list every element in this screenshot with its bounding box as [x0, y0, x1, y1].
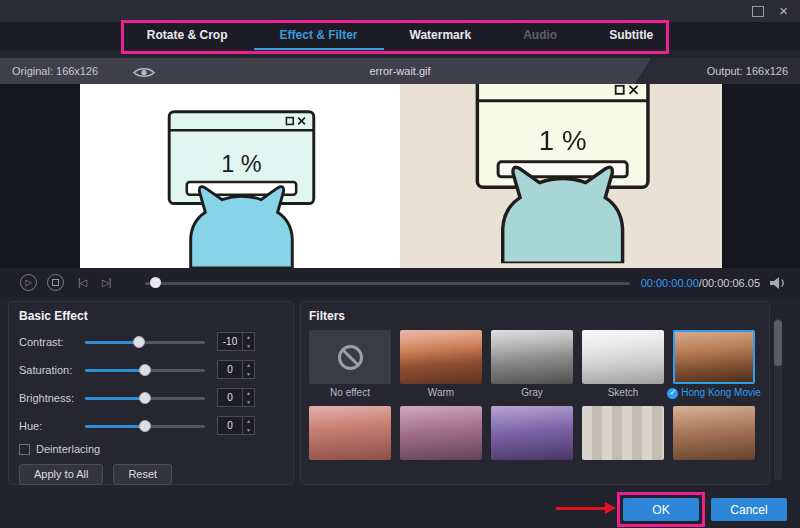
preview-image-output: 1 %: [428, 84, 694, 263]
filter-sketch[interactable]: Sketch: [582, 330, 664, 399]
filters-panel: Filters No effect Warm Gray: [300, 301, 770, 485]
selected-check-icon: ✓: [667, 388, 678, 399]
filter-label: Gray: [491, 387, 573, 399]
reset-button[interactable]: Reset: [113, 464, 172, 485]
current-time: 00:00:00.00: [641, 277, 699, 289]
arrow-annotation: [556, 507, 606, 510]
player-bar: ▷ |◁ ▷| 00:00:00.00/00:00:06.05: [0, 268, 800, 298]
tab-watermark[interactable]: Watermark: [384, 22, 498, 50]
slider-fill: [85, 341, 139, 344]
hong-kong-movie-thumbnail[interactable]: [673, 330, 755, 384]
play-icon: ▷: [25, 278, 31, 287]
output-size-section: Output: 166x126: [635, 58, 800, 84]
stop-icon: [52, 279, 59, 286]
filter-thumb-extra[interactable]: [673, 406, 755, 460]
slider-handle[interactable]: [139, 420, 151, 432]
no-effect-thumbnail[interactable]: [309, 330, 391, 384]
seek-handle[interactable]: [150, 277, 161, 288]
total-time: /00:00:06.05: [699, 277, 760, 289]
filter-thumb-extra[interactable]: [309, 406, 391, 460]
contrast-spinbox[interactable]: -10 ▲ ▼: [217, 332, 255, 351]
contrast-slider[interactable]: [85, 335, 205, 349]
filter-label: Warm: [400, 387, 482, 399]
sketch-thumbnail[interactable]: [582, 330, 664, 384]
slider-handle[interactable]: [133, 336, 145, 348]
filter-thumb-extra[interactable]: [582, 406, 664, 460]
next-frame-button[interactable]: ▷|: [102, 276, 110, 290]
hue-row: Hue: 0 ▲ ▼: [19, 414, 283, 437]
ok-button[interactable]: OK: [623, 498, 699, 521]
filter-no-effect[interactable]: No effect: [309, 330, 391, 399]
brightness-row: Brightness: 0 ▲ ▼: [19, 386, 283, 409]
hue-slider[interactable]: [85, 419, 205, 433]
filter-gray[interactable]: Gray: [491, 330, 573, 399]
spin-down-button[interactable]: ▼: [243, 398, 254, 407]
hue-value: 0: [218, 417, 242, 434]
brightness-value: 0: [218, 389, 242, 406]
tab-audio[interactable]: Audio: [497, 22, 583, 50]
gray-thumbnail[interactable]: [491, 330, 573, 384]
filter-thumb-extra[interactable]: [491, 406, 573, 460]
filter-thumb-extra[interactable]: [400, 406, 482, 460]
preview-original-pane: 1 %: [80, 84, 400, 268]
output-size-label: Output: 166x126: [707, 58, 788, 84]
spin-up-button[interactable]: ▲: [243, 333, 254, 342]
tab-subtitle[interactable]: Subtitle: [583, 22, 679, 50]
basic-effect-panel: Basic Effect Contrast: -10 ▲ ▼ Saturatio…: [8, 301, 294, 485]
spin-up-button[interactable]: ▲: [243, 417, 254, 426]
saturation-slider[interactable]: [85, 363, 205, 377]
preview-image-original: 1 %: [128, 100, 353, 268]
saturation-row: Saturation: 0 ▲ ▼: [19, 358, 283, 381]
deinterlacing-label: Deinterlacing: [36, 443, 100, 455]
deinterlacing-checkbox[interactable]: [19, 444, 30, 455]
filters-title: Filters: [309, 309, 761, 323]
no-effect-icon: [337, 344, 364, 371]
spin-down-button[interactable]: ▼: [243, 342, 254, 351]
slider-handle[interactable]: [139, 364, 151, 376]
preview-output-zoom: 1 %: [428, 84, 694, 268]
filters-grid: No effect Warm Gray Sketch ✓ Hong Kong M…: [309, 330, 761, 460]
slider-handle[interactable]: [139, 392, 151, 404]
cancel-button[interactable]: Cancel: [711, 498, 787, 521]
spin-up-button[interactable]: ▲: [243, 361, 254, 370]
preview-area: 1 % 1 %: [0, 84, 800, 268]
deinterlacing-row: Deinterlacing: [19, 443, 283, 455]
play-button[interactable]: ▷: [20, 274, 37, 291]
volume-icon[interactable]: [769, 276, 786, 294]
scrollbar-thumb[interactable]: [774, 320, 782, 366]
apply-to-all-button[interactable]: Apply to All: [19, 464, 103, 485]
hue-label: Hue:: [19, 420, 85, 432]
filter-warm[interactable]: Warm: [400, 330, 482, 399]
contrast-label: Contrast:: [19, 336, 85, 348]
saturation-label: Saturation:: [19, 364, 85, 376]
app-window: × Rotate & Crop Effect & Filter Watermar…: [0, 0, 800, 528]
saturation-value: 0: [218, 361, 242, 378]
brightness-slider[interactable]: [85, 391, 205, 405]
titlebar: ×: [0, 0, 800, 22]
stop-button[interactable]: [47, 274, 64, 291]
cartoon-percent-text: 1 %: [221, 151, 261, 177]
tab-effect-filter[interactable]: Effect & Filter: [254, 22, 384, 50]
spin-up-button[interactable]: ▲: [243, 389, 254, 398]
slider-fill: [85, 369, 145, 372]
close-button[interactable]: ×: [779, 1, 788, 21]
basic-effect-title: Basic Effect: [19, 309, 283, 323]
slider-fill: [85, 425, 145, 428]
warm-thumbnail[interactable]: [400, 330, 482, 384]
saturation-spinbox[interactable]: 0 ▲ ▼: [217, 360, 255, 379]
brightness-label: Brightness:: [19, 392, 85, 404]
seek-slider[interactable]: [145, 282, 630, 285]
maximize-button[interactable]: [752, 6, 764, 17]
filters-scrollbar[interactable]: [774, 318, 782, 480]
tab-bar: Rotate & Crop Effect & Filter Watermark …: [0, 22, 800, 50]
filter-hong-kong-movie[interactable]: ✓ Hong Kong Movie: [673, 330, 755, 399]
brightness-spinbox[interactable]: 0 ▲ ▼: [217, 388, 255, 407]
hue-spinbox[interactable]: 0 ▲ ▼: [217, 416, 255, 435]
spin-down-button[interactable]: ▼: [243, 370, 254, 379]
contrast-value: -10: [218, 333, 242, 350]
tab-rotate-crop[interactable]: Rotate & Crop: [121, 22, 254, 50]
spin-down-button[interactable]: ▼: [243, 426, 254, 435]
time-display: 00:00:00.00/00:00:06.05: [641, 277, 760, 289]
prev-frame-button[interactable]: |◁: [78, 276, 86, 290]
filter-label: No effect: [309, 387, 391, 399]
